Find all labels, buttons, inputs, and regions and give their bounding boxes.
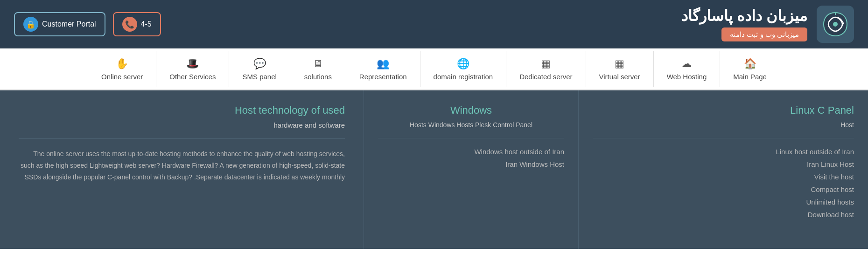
nav-item-solutions[interactable]: 🖥 solutions bbox=[290, 51, 346, 87]
nav-label-virtual-server: Virtual server bbox=[599, 73, 640, 81]
panel-middle-divider bbox=[378, 138, 564, 138]
header-right: میزبان داده پاسارگاد میزبانی وب و ثبت دا… bbox=[681, 6, 854, 43]
panel-right-links: Linux host outside of Iran Iran Linux Ho… bbox=[593, 148, 854, 219]
nav-item-other-services[interactable]: 🎩 Other Services bbox=[156, 51, 229, 87]
brand-block: میزبان داده پاسارگاد میزبانی وب و ثبت دا… bbox=[681, 7, 807, 41]
nav-item-dedicated-server[interactable]: ▦ Dedicated server bbox=[506, 51, 586, 87]
panel-left-title: Host technology of used bbox=[19, 104, 345, 116]
download-host-link[interactable]: Download host bbox=[808, 211, 854, 219]
nav-items: ✋ Online server 🎩 Other Services 💬 SMS p… bbox=[88, 51, 780, 87]
nav-label-dedicated-server: Dedicated server bbox=[519, 73, 572, 81]
nav-label-sms-panel: SMS panel bbox=[242, 73, 276, 81]
monitor-icon: 🖥 bbox=[313, 58, 323, 70]
phone-button[interactable]: 📞 4-5 bbox=[113, 12, 161, 36]
virtual-icon: ▦ bbox=[615, 58, 624, 70]
compact-host-link[interactable]: Compact host bbox=[811, 185, 854, 193]
windows-host-outside-iran-link[interactable]: Windows host outside of Iran bbox=[474, 148, 564, 156]
panel-right: Linux C Panel Host Linux host outside of… bbox=[579, 90, 868, 249]
nav-item-sms-panel[interactable]: 💬 SMS panel bbox=[229, 51, 290, 87]
panel-left-divider bbox=[19, 138, 345, 139]
nav-item-main-page[interactable]: 🏠 Main Page bbox=[720, 51, 780, 87]
nav-label-online-server: Online server bbox=[101, 73, 143, 81]
panel-left: Host technology of used hardware and sof… bbox=[0, 90, 364, 249]
panel-left-subtitle: hardware and software bbox=[19, 121, 345, 129]
nav-label-domain-registration: domain registration bbox=[434, 73, 493, 81]
svg-point-0 bbox=[833, 22, 838, 27]
nav-label-web-hosting: Web Hosting bbox=[667, 73, 707, 81]
panel-middle-subtitle: Hosts Windows Hosts Plesk Control Panel bbox=[378, 121, 564, 129]
hat-icon: 🎩 bbox=[186, 58, 199, 70]
logo-svg bbox=[821, 10, 849, 38]
nav-label-solutions: solutions bbox=[304, 73, 332, 81]
lock-icon: 🔒 bbox=[23, 17, 38, 32]
phone-icon: 📞 bbox=[122, 17, 137, 32]
chat-icon: 💬 bbox=[253, 58, 266, 70]
header-left: 🔒 Customer Portal 📞 4-5 bbox=[14, 12, 161, 36]
header: 🔒 Customer Portal 📞 4-5 میزبان داده پاسا… bbox=[0, 0, 868, 48]
hand-icon: ✋ bbox=[116, 58, 128, 70]
main-content: Host technology of used hardware and sof… bbox=[0, 90, 868, 249]
logo-icon bbox=[817, 6, 854, 43]
visit-the-host-link[interactable]: Visit the host bbox=[814, 173, 854, 181]
panel-right-title: Linux C Panel bbox=[593, 104, 854, 116]
linux-host-outside-iran-link[interactable]: Linux host outside of Iran bbox=[776, 148, 854, 156]
panel-middle-title: Windows bbox=[378, 104, 564, 116]
brand-title: میزبان داده پاسارگاد bbox=[681, 7, 807, 25]
panel-middle-links: Windows host outside of Iran Iran Window… bbox=[378, 148, 564, 168]
panel-left-body: The online server uses the most up-to-da… bbox=[19, 148, 345, 184]
brand-subtitle-button[interactable]: میزبانی وب و ثبت دامنه bbox=[721, 27, 807, 41]
globe-icon: 🌐 bbox=[457, 58, 469, 70]
panel-right-subtitle: Host bbox=[593, 121, 854, 129]
nav-label-other-services: Other Services bbox=[169, 73, 216, 81]
iran-linux-host-link[interactable]: Iran Linux Host bbox=[807, 160, 854, 168]
portal-label: Customer Portal bbox=[42, 20, 96, 28]
cloud-icon: ☁ bbox=[681, 58, 692, 70]
customer-portal-button[interactable]: 🔒 Customer Portal bbox=[14, 12, 105, 36]
server-icon: ▦ bbox=[541, 58, 551, 70]
home-icon: 🏠 bbox=[744, 58, 756, 70]
nav-item-web-hosting[interactable]: ☁ Web Hosting bbox=[654, 51, 721, 87]
phone-label: 4-5 bbox=[141, 20, 152, 28]
nav-item-virtual-server[interactable]: ▦ Virtual server bbox=[586, 51, 654, 87]
iran-windows-host-link[interactable]: Iran Windows Host bbox=[505, 160, 564, 168]
navbar: ✋ Online server 🎩 Other Services 💬 SMS p… bbox=[0, 48, 868, 90]
panel-middle: Windows Hosts Windows Hosts Plesk Contro… bbox=[364, 90, 579, 249]
nav-label-main-page: Main Page bbox=[733, 73, 767, 81]
nav-item-domain-registration[interactable]: 🌐 domain registration bbox=[420, 51, 507, 87]
nav-item-online-server[interactable]: ✋ Online server bbox=[88, 51, 156, 87]
nav-label-representation: Representation bbox=[359, 73, 407, 81]
panel-right-divider bbox=[593, 138, 854, 138]
people-icon: 👥 bbox=[377, 58, 389, 70]
nav-item-representation[interactable]: 👥 Representation bbox=[346, 51, 420, 87]
unlimited-hosts-link[interactable]: Unlimited hosts bbox=[806, 198, 854, 206]
